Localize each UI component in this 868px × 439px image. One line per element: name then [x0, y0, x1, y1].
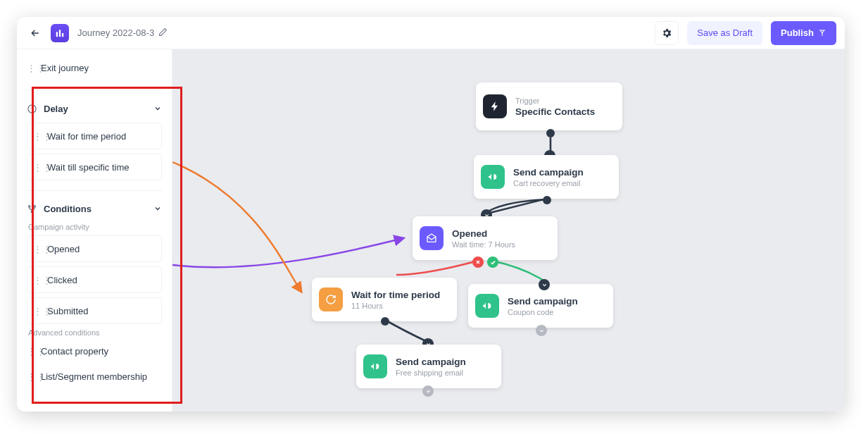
megaphone-icon: [481, 165, 505, 189]
svg-point-5: [34, 206, 36, 208]
publish-label: Publish: [781, 27, 814, 38]
sidebar-item-label: List/Segment membership: [41, 371, 147, 382]
drag-handle-icon: ⋮⋮: [33, 162, 42, 173]
node-title: Opened: [452, 228, 515, 239]
clock-refresh-icon: [319, 287, 343, 311]
header: Journey 2022-08-3 Save as Draft Publish: [17, 17, 845, 49]
node-title: Send campaign: [508, 296, 578, 307]
node-send-campaign-1[interactable]: Send campaign Cart recovery email: [474, 155, 619, 199]
node-send-campaign-3[interactable]: Send campaign Free shipping email: [356, 345, 501, 388]
svg-point-4: [29, 206, 31, 208]
sidebar-item-opened[interactable]: ⋮⋮ Opened: [27, 235, 162, 262]
gear-icon: [661, 27, 672, 39]
node-subtitle: Cart recovery email: [513, 179, 584, 187]
branch-icon: [27, 204, 38, 214]
sidebar-item-clicked[interactable]: ⋮⋮ Clicked: [27, 266, 162, 293]
sidebar-item-label: Submitted: [47, 306, 89, 316]
branch-yes-badge[interactable]: [487, 256, 498, 268]
svg-rect-2: [62, 33, 63, 37]
node-kicker: Trigger: [515, 97, 595, 105]
node-trigger[interactable]: Trigger Specific Contacts: [476, 82, 622, 130]
section-label: Conditions: [44, 204, 148, 214]
sidebar: ⋮⋮ Exit journey Delay ⋮⋮ Wait for time p…: [17, 49, 172, 412]
drag-handle-icon: ⋮⋮: [33, 131, 42, 142]
content: ⋮⋮ Exit journey Delay ⋮⋮ Wait for time p…: [17, 49, 845, 412]
publish-button[interactable]: Publish: [771, 21, 836, 45]
edit-icon[interactable]: [158, 27, 168, 39]
settings-button[interactable]: [655, 21, 679, 45]
port[interactable]: [546, 129, 555, 137]
sidebar-item-wait-period[interactable]: ⋮⋮ Wait for time period: [27, 123, 162, 149]
arrow-left-icon: [30, 27, 41, 39]
sidebar-item-label: Opened: [47, 244, 80, 254]
megaphone-icon: [363, 354, 387, 378]
sidebar-item-wait-specific[interactable]: ⋮⋮ Wait till specific time: [27, 154, 162, 180]
node-subtitle: 11 Hours: [351, 302, 440, 310]
port-chevron[interactable]: [539, 279, 550, 290]
drag-handle-icon: ⋮⋮: [27, 346, 35, 357]
canvas[interactable]: Trigger Specific Contacts Send campaign …: [172, 49, 845, 412]
branch-no-badge[interactable]: [472, 256, 484, 268]
journey-title-input[interactable]: Journey 2022-08-3: [77, 27, 154, 38]
node-opened-condition[interactable]: Opened Wait time: 7 Hours: [413, 216, 558, 260]
sidebar-exit-journey[interactable]: ⋮⋮ Exit journey: [27, 55, 162, 80]
drag-handle-icon: ⋮⋮: [33, 275, 42, 285]
chevron-down-icon: [153, 103, 162, 116]
megaphone-icon: [475, 294, 499, 318]
svg-rect-0: [56, 32, 58, 37]
sidebar-item-list-segment[interactable]: ⋮⋮ List/Segment membership: [27, 364, 162, 389]
sidebar-item-submitted[interactable]: ⋮⋮ Submitted: [27, 297, 162, 324]
chevron-down-icon: [153, 203, 162, 216]
publish-icon: [818, 29, 826, 37]
section-label: Delay: [44, 104, 148, 114]
app-frame: Journey 2022-08-3 Save as Draft Publish …: [17, 17, 845, 412]
node-subtitle: Wait time: 7 Hours: [452, 240, 515, 249]
svg-rect-1: [59, 30, 61, 37]
port[interactable]: [543, 196, 551, 204]
node-send-campaign-2[interactable]: Send campaign Coupon code: [468, 284, 613, 328]
sidebar-item-label: Clicked: [47, 275, 77, 285]
node-title: Send campaign: [396, 357, 466, 367]
back-button[interactable]: [25, 23, 45, 43]
sidebar-section-delay[interactable]: Delay: [27, 90, 162, 118]
sidebar-item-contact-property[interactable]: ⋮⋮ Contact property: [27, 338, 162, 364]
node-subtitle: Free shipping email: [396, 369, 466, 377]
port-chevron-end[interactable]: [536, 325, 547, 336]
lightning-icon: [483, 94, 507, 118]
node-title: Send campaign: [513, 167, 584, 178]
node-subtitle: Coupon code: [508, 308, 578, 316]
sidebar-section-conditions[interactable]: Conditions: [27, 190, 162, 218]
node-title: Wait for time period: [351, 290, 440, 300]
save-draft-button[interactable]: Save as Draft: [687, 21, 762, 45]
port[interactable]: [381, 317, 389, 326]
drag-handle-icon: ⋮⋮: [27, 63, 35, 73]
sidebar-item-label: Exit journey: [41, 63, 89, 73]
node-title: Specific Contacts: [515, 106, 595, 117]
sidebar-group-label: Advanced conditions: [28, 328, 162, 337]
drag-handle-icon: ⋮⋮: [33, 306, 42, 316]
drag-handle-icon: ⋮⋮: [33, 244, 42, 254]
drag-handle-icon: ⋮⋮: [27, 371, 35, 382]
sidebar-item-label: Wait till specific time: [47, 162, 130, 173]
clock-icon: [27, 104, 38, 114]
sidebar-group-label: Campaign activity: [28, 223, 162, 231]
envelope-open-icon: [420, 226, 444, 250]
app-logo: [51, 24, 69, 42]
sidebar-item-label: Wait for time period: [47, 131, 126, 142]
port-chevron-end[interactable]: [422, 385, 434, 397]
sidebar-item-label: Contact property: [41, 346, 108, 357]
svg-point-6: [31, 211, 33, 213]
node-wait-period[interactable]: Wait for time period 11 Hours: [312, 278, 457, 321]
